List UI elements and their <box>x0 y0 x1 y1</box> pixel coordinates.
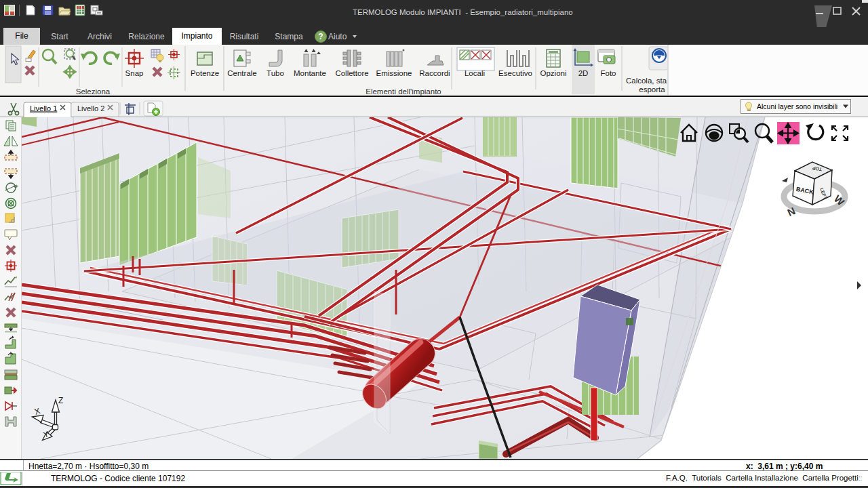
svg-text:Livello 1: Livello 1 <box>30 104 57 113</box>
svg-text:Livello 2: Livello 2 <box>77 104 104 113</box>
svg-text:Z: Z <box>58 396 63 405</box>
svg-text:?: ? <box>318 32 323 41</box>
svg-text:Alcuni layer sono invisibili: Alcuni layer sono invisibili <box>757 102 837 110</box>
